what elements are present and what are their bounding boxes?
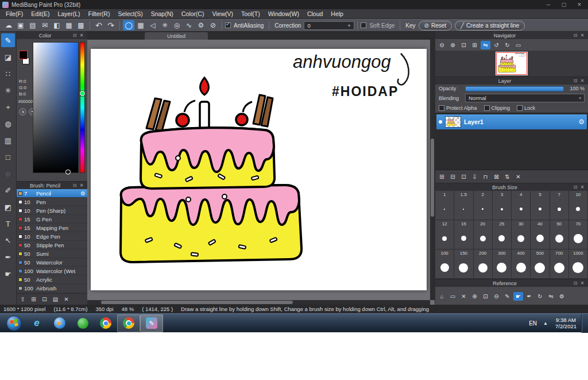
brush-item-stipple-pen[interactable]: 50 Stipple Pen — [17, 241, 87, 250]
flip-horizontal-icon[interactable]: ⇋ — [481, 41, 490, 49]
brush-up-icon[interactable]: ⇧ — [18, 295, 28, 304]
layer-settings-icon[interactable]: ⚙ — [578, 118, 585, 126]
reset-view-icon[interactable]: ▭ — [513, 41, 523, 49]
blending-dropdown[interactable]: Normal ▾ — [465, 94, 585, 102]
save-icon[interactable]: ▣ — [15, 20, 26, 30]
brush-size-option[interactable]: 40 — [531, 220, 550, 250]
color-wheel-icon[interactable]: ◑ — [19, 108, 26, 116]
menu-window[interactable]: Window(W) — [264, 10, 303, 17]
zoom-actual-icon[interactable]: ⊞ — [470, 41, 479, 49]
brush-item-watercolor[interactable]: 50 Watercolor — [17, 258, 87, 267]
export-icon[interactable]: ▤ — [27, 20, 38, 30]
reset-button[interactable]: ⊘ Reset — [419, 21, 452, 30]
duplicate-brush-icon[interactable]: ⊡ — [40, 295, 49, 304]
magic-wand-tool-icon[interactable]: ✳ — [1, 83, 15, 97]
brush-size-option[interactable]: 1 — [435, 191, 454, 220]
sv-handle[interactable] — [65, 170, 71, 175]
brush-tool-icon[interactable]: ✎ — [1, 33, 15, 47]
horizontal-scrollbar-thumb[interactable] — [101, 301, 293, 304]
brush-item-mapping-pen[interactable]: 15 Mapping Pen — [17, 224, 87, 232]
brush-item-pencil[interactable]: 7 Pencil ⚙ — [17, 189, 87, 198]
panel-detach-icon[interactable]: ⊡ — [572, 78, 579, 83]
reorder-layer-icon[interactable]: ⇅ — [502, 172, 512, 181]
taskbar-media-player-button[interactable]: ▶ — [48, 314, 71, 332]
panel-close-icon[interactable]: ✕ — [579, 281, 586, 286]
brush-size-option[interactable]: 15 — [454, 220, 473, 250]
panel-close-icon[interactable]: ✕ — [78, 33, 85, 38]
redo-icon[interactable]: ↷ — [105, 20, 117, 30]
zoom-fit-icon[interactable]: ⊡ — [459, 41, 469, 49]
antialiasing-checkbox[interactable] — [225, 22, 231, 28]
move-tool-icon[interactable]: + — [1, 100, 15, 114]
minimize-button[interactable]: ─ — [542, 0, 555, 9]
fill-tool-icon[interactable]: ◍ — [1, 117, 15, 130]
clock[interactable]: 9:38 AM 7/2/2021 — [551, 317, 581, 329]
canvas-viewport[interactable] — [87, 40, 430, 300]
menu-file[interactable]: File(F) — [2, 10, 27, 17]
menu-help[interactable]: Help — [327, 10, 347, 17]
brush-item-sumi[interactable]: 50 Sumi — [17, 250, 87, 258]
brush-size-option[interactable]: 50 — [550, 220, 569, 250]
show-desktop-button[interactable] — [581, 314, 588, 333]
snap-off-icon[interactable]: ◯ — [123, 20, 134, 30]
layer-options-icon[interactable]: ⊡ — [459, 172, 469, 181]
select-pen-tool-icon[interactable]: ✐ — [1, 183, 15, 197]
lasso-select-tool-icon[interactable]: ◌ — [1, 167, 15, 181]
palette-icon[interactable]: ◧ — [51, 20, 63, 30]
brush-size-option[interactable]: 30 — [512, 220, 531, 250]
menu-tool[interactable]: Tool(T) — [237, 10, 264, 17]
panel-detach-icon[interactable]: ⊡ — [71, 33, 78, 38]
menu-layer[interactable]: Layer(L) — [53, 10, 84, 17]
brush-size-option[interactable]: 12 — [435, 220, 454, 250]
snap-settings-icon[interactable]: ⚙ — [195, 20, 207, 30]
snap-circle-icon[interactable]: ◎ — [171, 20, 183, 30]
grid-icon[interactable]: ▩ — [75, 20, 87, 30]
close-button[interactable]: ✕ — [573, 0, 586, 9]
pixel-grid-icon[interactable]: ▦ — [63, 20, 75, 30]
document-tab[interactable]: Untitled — [145, 32, 208, 40]
taskbar-medibang-button[interactable]: ✎ — [140, 314, 163, 332]
pen-icon[interactable]: ✎ — [502, 292, 512, 301]
cloud-icon[interactable]: ☁ — [3, 20, 14, 30]
hue-slider[interactable] — [80, 42, 85, 173]
duplicate-layer-icon[interactable]: ⊠ — [492, 172, 501, 181]
clipping-option[interactable]: Clipping — [484, 105, 510, 111]
vertical-scrollbar-thumb[interactable] — [431, 139, 434, 217]
select-eraser-tool-icon[interactable]: ◩ — [1, 200, 15, 214]
eyedropper-tool-icon[interactable]: ✒ — [1, 250, 15, 264]
menu-filter[interactable]: Filter(R) — [84, 10, 114, 17]
merge-down-icon[interactable]: ⇩ — [470, 172, 479, 181]
tray-expand-icon[interactable]: ▲ — [540, 321, 551, 326]
brush-size-option[interactable]: 70 — [569, 220, 588, 250]
panel-detach-icon[interactable]: ⊡ — [572, 33, 579, 38]
operation-tool-icon[interactable]: ↖ — [1, 233, 15, 247]
navigator-view-rect[interactable] — [496, 52, 527, 75]
panel-close-icon[interactable]: ✕ — [579, 33, 586, 38]
brush-size-option[interactable]: 300 — [493, 250, 512, 279]
brush-size-option[interactable]: 4 — [512, 191, 531, 220]
saturation-value-picker[interactable] — [33, 42, 79, 173]
panel-detach-icon[interactable]: ⊡ — [572, 281, 579, 286]
text-tool-icon[interactable]: T — [1, 217, 15, 231]
clipping-checkbox[interactable] — [484, 105, 490, 111]
taskbar-browser-button[interactable] — [117, 314, 140, 332]
brush-settings-icon[interactable]: ⚙ — [80, 190, 86, 197]
snap-clear-icon[interactable]: ⊘ — [207, 20, 219, 30]
brush-size-option[interactable]: 10 — [569, 191, 588, 220]
brush-item-pen[interactable]: 10 Pen — [17, 198, 87, 206]
layer-row-layer1[interactable]: Layer1 ⚙ — [436, 114, 587, 129]
rotate-right-icon[interactable]: ↻ — [502, 41, 512, 49]
snap-curve-icon[interactable]: ∿ — [183, 20, 195, 30]
zoom-in-icon[interactable]: ⊕ — [448, 41, 458, 49]
snap-parallel-icon[interactable]: ◁ — [147, 20, 158, 30]
panel-close-icon[interactable]: ✕ — [579, 185, 586, 190]
protect-alpha-checkbox[interactable] — [439, 105, 444, 111]
brush-size-option[interactable]: 25 — [493, 220, 512, 250]
hand-icon[interactable]: ☛ — [513, 292, 523, 301]
menu-edit[interactable]: Edit(E) — [27, 10, 53, 17]
zoom-area-icon[interactable]: ⊡ — [481, 292, 490, 301]
rotate-icon[interactable]: ↻ — [535, 292, 545, 301]
snap-radial-icon[interactable]: ✳ — [159, 20, 171, 30]
soft-edge-checkbox[interactable] — [361, 22, 366, 28]
brush-size-option[interactable]: 100 — [435, 250, 454, 279]
